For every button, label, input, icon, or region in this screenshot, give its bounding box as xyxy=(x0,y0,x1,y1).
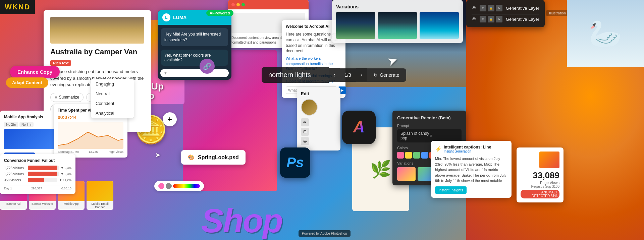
anomaly-badge: ANOMALY DETECTED 31% xyxy=(521,190,559,198)
funnel-bar-3 xyxy=(28,178,57,182)
layer-icon-box-2[interactable]: 🔒 xyxy=(488,5,494,11)
tone-neutral[interactable]: Neutral xyxy=(91,89,134,99)
layer-icon-box-5[interactable]: 🔒 xyxy=(488,16,494,22)
variation-1[interactable] xyxy=(336,12,375,39)
funnel-footer: Day 1293,3170:08:13 xyxy=(4,185,71,190)
metric-number: 33,089 xyxy=(521,170,559,181)
variation-2[interactable] xyxy=(378,12,417,39)
swatch-1[interactable] xyxy=(397,152,404,159)
refresh-icon: ↻ xyxy=(374,72,378,78)
variations-panel: Variations xyxy=(332,0,463,43)
adapt-content-button[interactable]: Adapt Content xyxy=(6,77,48,88)
tone-engaging[interactable]: Engaging xyxy=(91,79,134,89)
tone-dropdown: Engaging Neutral Confident Analytical xyxy=(91,79,134,118)
acrobat-header xyxy=(228,0,309,9)
link-icon[interactable]: 🔗 xyxy=(200,59,215,74)
banner-label-2: Banner Website xyxy=(29,201,56,206)
funnel-title: Conversion Funnel Fallout xyxy=(4,158,71,163)
swatch-2[interactable] xyxy=(405,152,412,159)
chart-labels: Samstag 21 Mo13,736Page Views xyxy=(58,150,123,154)
swatch-4[interactable] xyxy=(421,152,428,159)
next-button[interactable]: › xyxy=(356,68,367,82)
rich-text-badge: Rich text xyxy=(50,60,71,66)
recolor-title: Generative Recolor (Beta) xyxy=(397,115,462,120)
luma-message: Hey Mia! Are you still interested in sne… xyxy=(161,28,228,46)
recolor-prompt-area: Splash of candy pop ✕ xyxy=(397,129,462,142)
layer-icon-box-4[interactable]: ⊞ xyxy=(480,16,486,22)
banner-label-3: Mobile App xyxy=(58,201,85,206)
shoe-image xyxy=(539,152,559,168)
close-dot xyxy=(231,3,235,6)
metric-label: Page Views xyxy=(521,181,559,185)
luma-input-placeholder: ▼ xyxy=(164,71,225,75)
filter-row: No 2br No Thr xyxy=(4,122,56,127)
layer-controls-2: ⊞ 🔒 fx xyxy=(480,16,502,22)
brush-tool[interactable]: ✏ xyxy=(301,118,309,126)
luma-reply: Yes, what other colors are available? xyxy=(161,50,228,66)
layer-icon-box[interactable]: ⊞ xyxy=(480,5,486,11)
northern-lights-search: ‹ 1/3 › ↻ Generate xyxy=(262,67,406,83)
swatch-3[interactable] xyxy=(413,152,420,159)
layer-icon-box-6[interactable]: fx xyxy=(496,16,502,22)
maximize-dot xyxy=(241,3,245,6)
australia-title: Australia by Camper Van xyxy=(50,48,144,56)
color-gradient-strip[interactable] xyxy=(173,184,200,188)
insights-title: Intelligent captions: Line xyxy=(444,145,491,149)
metric-card: 33,089 Page Views Pegasus Sup $100 ANOMA… xyxy=(517,147,564,202)
shop-text: Shop xyxy=(201,201,282,240)
instant-insights-button[interactable]: Instant Insights xyxy=(435,186,467,194)
visibility-icon-1[interactable]: 👁 xyxy=(472,5,476,11)
layer-controls-1: ⊞ 🔒 fx xyxy=(480,5,502,11)
cursor-small: ➤ xyxy=(155,151,161,159)
metric-sublabel: Pegasus Sup $100 xyxy=(521,185,559,188)
funnel-label-1: 1,726 visitors xyxy=(4,166,26,170)
edit-panel-title: Edit xyxy=(301,91,336,96)
enhance-copy-button[interactable]: Enhance Copy xyxy=(10,66,60,78)
banner-label-1: Banner Ad xyxy=(0,201,27,206)
variations-title: Variations xyxy=(336,4,459,9)
insights-header: ⚡ Intelligent captions: Line Insight Gen… xyxy=(435,145,507,153)
insights-card: ⚡ Intelligent captions: Line Insight Gen… xyxy=(431,141,512,198)
filter-tag-2[interactable]: No Thr xyxy=(19,122,34,127)
prev-button[interactable]: ‹ xyxy=(329,68,340,82)
ai-powered-badge: AI-Powered xyxy=(206,10,233,16)
color-dot-pink[interactable] xyxy=(158,183,164,189)
spring-look-filename: SpringLook.psd xyxy=(198,155,239,161)
swan-image: 🦢 xyxy=(567,0,644,67)
insights-body: Min: The lowest amount of visits on July… xyxy=(435,156,507,184)
gen-layer-row-2: 👁 ⊞ 🔒 fx Generative Layer xyxy=(472,14,539,24)
summarize-icon: ≡ xyxy=(55,95,57,100)
recolor-var-1[interactable] xyxy=(397,167,416,181)
variations-grid xyxy=(336,12,459,39)
gen-layer-label-1: Generative Layer xyxy=(506,6,539,11)
funnel-row-1: 1,726 visitors ▼ 9,3% xyxy=(4,166,71,170)
ps-label: Ps xyxy=(286,155,304,171)
minimize-dot xyxy=(236,3,240,6)
search-input[interactable] xyxy=(262,67,329,83)
summarize-button[interactable]: ≡ Summarize xyxy=(50,93,84,102)
file-icon: 🎨 xyxy=(188,154,195,161)
tone-analytical[interactable]: Analytical xyxy=(91,108,134,118)
funnel-label-3: 358 visitors xyxy=(4,178,26,182)
heal-tool[interactable]: ◎ xyxy=(301,137,309,145)
tone-confident[interactable]: Confident xyxy=(91,99,134,108)
funnel-row-3: 358 visitors ▼ 11,2% xyxy=(4,178,71,182)
gen-layer-row-1: 👁 ⊞ 🔒 fx Generative Layer xyxy=(472,3,539,13)
color-swatch-bar xyxy=(154,181,204,191)
spring-look-label: 🎨 SpringLook.psd xyxy=(181,150,246,165)
crop-tool[interactable]: ⊡ xyxy=(301,128,309,136)
visibility-icon-2[interactable]: 👁 xyxy=(472,16,476,22)
generate-button[interactable]: ↻ Generate xyxy=(367,68,406,82)
color-dot-gray[interactable] xyxy=(166,183,172,189)
funnel-delta-2: ▼ 9,3% xyxy=(61,172,71,176)
layer-icon-box-3[interactable]: fx xyxy=(496,5,502,11)
generative-layer-panel: 👁 ⊞ 🔒 fx Generative Layer 👁 ⊞ 🔒 fx Gener… xyxy=(466,0,545,27)
add-button[interactable]: + xyxy=(163,112,177,126)
gen-layer-label-2: Generative Layer xyxy=(506,17,539,22)
funnel-bar-2 xyxy=(28,172,59,176)
filter-tag[interactable]: No 2br xyxy=(4,122,18,127)
clear-prompt-button[interactable]: ✕ xyxy=(429,133,458,138)
variation-3[interactable] xyxy=(420,12,459,39)
banner-label-4: Mobile Email Banner xyxy=(87,201,113,210)
adobe-icon: A xyxy=(342,111,376,144)
